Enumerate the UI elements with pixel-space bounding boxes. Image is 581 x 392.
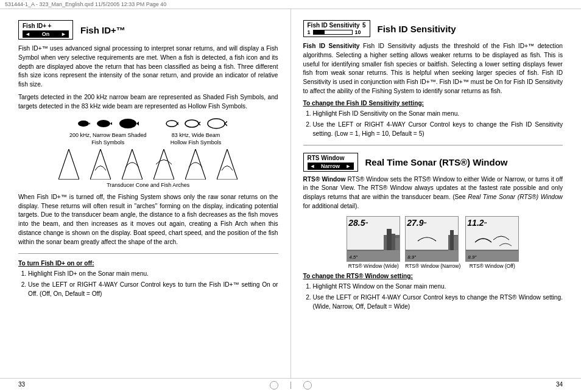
svg-point-6	[166, 121, 177, 127]
svg-rect-21	[387, 229, 392, 250]
divider-right	[303, 145, 563, 145]
cone-caption: Transducer Cone and Fish Arches	[18, 182, 278, 188]
fish-id-plus-para1: Fish ID+™ uses advanced signal processin…	[18, 44, 278, 89]
rts-images-row: 28.5″ 4.5″	[303, 216, 563, 269]
cone-svg-1	[58, 149, 79, 180]
cone-6	[217, 149, 238, 180]
fish-id-sens-header: Fish ID Sensitivity 5 1 10 Fish ID Sensi…	[303, 20, 563, 37]
rts-off-image: 11.2″ 8.9″	[465, 216, 519, 262]
sens-bar-row: 1 10	[308, 29, 366, 35]
cone-1	[58, 149, 79, 180]
fish-id-sens-para1: Fish ID Sensitivity Fish ID Sensitivity …	[303, 42, 563, 96]
svg-marker-9	[199, 120, 200, 127]
rts-wide-label: RTS® Window (Wide)	[347, 263, 400, 269]
svg-marker-15	[122, 149, 143, 180]
center-circle-right	[303, 381, 312, 390]
page-container: 531444-1_A - 323_Man_English.qxd 11/5/20…	[0, 0, 581, 392]
rts-window-heading: To change the RTS® Window setting:	[303, 273, 563, 279]
rts-wide-image: 28.5″ 4.5″	[347, 216, 400, 262]
rts-off-sub: 8.9″	[468, 254, 476, 260]
fish-id-plus-para2: Targets detected in the 200 kHz narrow b…	[18, 93, 278, 111]
right-page: Fish ID Sensitivity 5 1 10 Fish ID Sensi…	[291, 9, 582, 378]
left-page: Fish ID+ + ◄ On ► Fish ID+™ Fish ID+™ us…	[0, 9, 291, 378]
svg-marker-3	[110, 120, 112, 127]
footer-left-page: 33	[18, 381, 25, 390]
fish-id-sens-heading: To change the Fish ID Sensitivity settin…	[303, 100, 563, 107]
svg-marker-7	[177, 121, 178, 127]
fish-id-plus-icon: +	[48, 22, 51, 29]
sens-max: 10	[355, 29, 361, 35]
fish-solid-medium	[95, 119, 112, 129]
fish-id-sens-bold: Fish ID Sensitivity	[303, 43, 360, 49]
rts-window-box: RTS Window ◄ Narrow ►	[303, 153, 358, 172]
content-area: Fish ID+ + ◄ On ► Fish ID+™ Fish ID+™ us…	[0, 9, 581, 378]
sens-box-label: Fish ID Sensitivity	[308, 22, 360, 29]
rts-window-header: RTS Window ◄ Narrow ► Real Time Sonar (R…	[303, 153, 563, 172]
rts-narrow-image: 27.9″ 8.9″	[405, 216, 459, 262]
top-bar-text: 531444-1_A - 323_Man_English.qxd 11/5/20…	[5, 1, 166, 7]
sens-bar-outer	[313, 30, 353, 35]
cone-svg-6	[217, 149, 238, 180]
fish-id-plus-box-label: Fish ID+	[23, 23, 46, 29]
rts-narrow-label: RTS® Window (Narrow)	[405, 263, 460, 269]
wide-beam-symbols	[165, 117, 227, 130]
divider-left	[18, 253, 278, 254]
svg-marker-1	[89, 121, 90, 127]
rts-window-steps: Highlight RTS Window on the Sonar main m…	[313, 282, 563, 312]
turn-on-off-heading: To turn Fish ID+ on or off:	[18, 260, 278, 267]
fish-id-sens-steps: Highlight Fish ID Sensitivity on the Son…	[313, 109, 563, 139]
turn-on-off-step-2: Use the LEFT or RIGHT 4-WAY Cursor Contr…	[28, 280, 278, 299]
fish-id-sens-para1-text: Fish ID Sensitivity adjusts the threshol…	[303, 43, 563, 94]
cone-svg-2	[90, 149, 111, 180]
fish-solid-large	[117, 117, 139, 130]
cone-svg-4	[153, 149, 174, 180]
fish-id-plus-value: On	[30, 31, 61, 37]
fish-hollow-small	[165, 119, 178, 128]
cone-2	[90, 149, 111, 180]
svg-rect-23	[395, 238, 400, 250]
turn-on-off-steps: Highlight Fish ID+ on the Sonar main men…	[28, 269, 278, 299]
fish-symbols-row: 200 kHz, Narrow Beam ShadedFish Symbols …	[18, 117, 278, 146]
rts-wide-sub: 4.5″	[349, 254, 357, 260]
rts-window-para1-end: for additional detail).	[303, 203, 359, 209]
fish-hollow-medium	[183, 119, 200, 129]
cone-5	[185, 149, 206, 180]
fish-id-plus-box: Fish ID+ + ◄ On ►	[18, 20, 73, 40]
rts-window-title: Real Time Sonar (RTS®) Window	[365, 157, 508, 167]
svg-marker-11	[225, 119, 227, 128]
fish-id-plus-title: Fish ID+™	[80, 25, 125, 35]
rts-window-step-1: Highlight RTS Window on the Sonar main m…	[313, 282, 563, 291]
footer-right-page: 34	[556, 381, 563, 390]
sens-bar-fill	[314, 30, 325, 34]
fish-id-plus-control: ◄ On ►	[23, 30, 69, 38]
fish-id-sens-title: Fish ID Sensitivity	[378, 24, 456, 34]
narrow-beam-symbols	[69, 117, 147, 130]
cone-3	[122, 149, 143, 180]
svg-marker-14	[90, 149, 111, 180]
narrow-beam-caption: 200 kHz, Narrow Beam ShadedFish Symbols	[69, 132, 147, 146]
rts-window-italic: Real Time Sonar (RTS®) Window	[468, 194, 563, 200]
rts-off-container: 11.2″ 8.9″ RTS® Window (Off)	[465, 216, 519, 269]
svg-point-0	[78, 121, 89, 127]
page-footer: 33 34	[0, 378, 581, 392]
sens-box-top: Fish ID Sensitivity 5	[308, 22, 366, 29]
rts-window-para1: RTS® Window RTS® Window sets the RTS® Wi…	[303, 175, 563, 211]
cone-svg-3	[122, 149, 143, 180]
cone-row	[18, 149, 278, 180]
wide-beam-group: 83 kHz, Wide BeamHollow Fish Symbols	[165, 117, 227, 146]
svg-rect-22	[392, 234, 395, 250]
fish-solid-small	[77, 119, 90, 128]
turn-on-off-step-1: Highlight Fish ID+ on the Sonar main men…	[28, 269, 278, 278]
footer-center	[270, 381, 312, 390]
rts-off-label: RTS® Window (Off)	[465, 263, 519, 269]
narrow-beam-group: 200 kHz, Narrow Beam ShadedFish Symbols	[69, 117, 147, 146]
rts-wide-container: 28.5″ 4.5″	[347, 216, 400, 269]
svg-point-10	[208, 119, 225, 128]
svg-point-2	[97, 120, 110, 127]
top-bar: 531444-1_A - 323_Man_English.qxd 11/5/20…	[0, 0, 581, 9]
fish-id-sens-step-2: Use the LEFT or RIGHT 4-WAY Cursor Contr…	[313, 120, 563, 139]
rts-window-value: Narrow	[315, 163, 345, 169]
fish-id-sens-box: Fish ID Sensitivity 5 1 10	[303, 20, 370, 37]
fish-id-plus-para3: When Fish ID+™ is turned off, the Fishin…	[18, 193, 278, 247]
rts-narrow-container: 27.9″ 8.9″ RTS® Window (Narrow)	[405, 216, 460, 269]
